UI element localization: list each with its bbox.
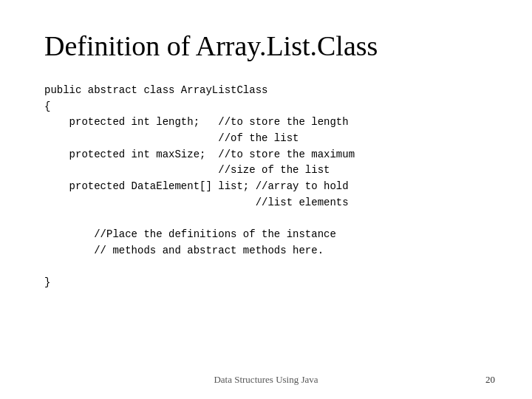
code-block: public abstract class ArrayListClass { p…: [44, 83, 495, 291]
code-line-1: public abstract class ArrayListClass: [44, 83, 495, 99]
code-line-11: }: [44, 275, 495, 291]
footer-page-number: 20: [485, 374, 495, 386]
code-line-6: //size of the list: [44, 163, 495, 179]
code-line-10: // methods and abstract methods here.: [44, 243, 495, 259]
footer: Data Structures Using Java 20: [0, 374, 532, 386]
slide-title: Definition of Array.List.Class: [44, 30, 495, 62]
code-line-5: protected int maxSize; //to store the ma…: [44, 147, 495, 163]
code-line-blank1: [44, 211, 495, 228]
code-line-4: //of the list: [44, 131, 495, 147]
footer-center-text: Data Structures Using Java: [0, 374, 532, 386]
slide: Definition of Array.List.Class public ab…: [0, 0, 532, 399]
code-line-2: {: [44, 99, 495, 115]
code-line-9: //Place the definitions of the instance: [44, 227, 495, 243]
code-line-8: //list elements: [44, 195, 495, 211]
code-line-blank2: [44, 259, 495, 276]
code-line-7: protected DataElement[] list; //array to…: [44, 179, 495, 195]
code-line-3: protected int length; //to store the len…: [44, 115, 495, 131]
